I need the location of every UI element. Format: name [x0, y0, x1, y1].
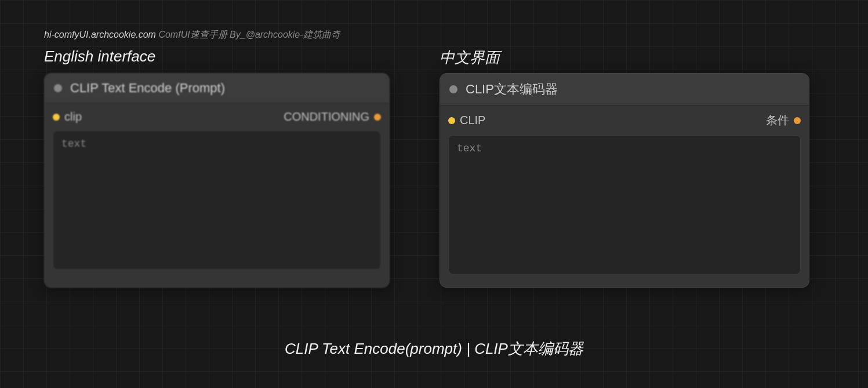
node-status-dot-icon: [449, 85, 457, 93]
output-port-conditioning[interactable]: 条件: [766, 113, 801, 128]
port-dot-icon: [794, 117, 801, 124]
input-port-label: CLIP: [460, 114, 485, 127]
node-title: CLIP文本编码器: [466, 81, 558, 98]
port-dot-icon: [448, 117, 455, 124]
output-port-label: 条件: [766, 113, 789, 128]
output-port-conditioning[interactable]: CONDITIONING: [284, 110, 381, 124]
input-port-clip[interactable]: clip: [53, 110, 82, 124]
section-label-english: English interface: [44, 48, 155, 66]
node-ports: CLIP 条件: [440, 106, 809, 135]
watermark-desc: ComfUI速查手册 By_@archcookie-建筑曲奇: [158, 30, 340, 39]
input-port-label: clip: [64, 110, 82, 124]
output-port-label: CONDITIONING: [284, 110, 369, 124]
footer-caption: CLIP Text Encode(prompt) | CLIP文本编码器: [285, 339, 583, 359]
port-dot-icon: [53, 114, 60, 121]
node-ports: clip CONDITIONING: [45, 103, 389, 130]
node-body: text: [45, 130, 389, 278]
text-input[interactable]: text: [53, 130, 381, 270]
watermark-site: hi-comfyUI.archcookie.com: [44, 30, 156, 39]
text-input[interactable]: text: [448, 135, 801, 274]
node-status-dot-icon: [54, 84, 62, 92]
node-title: CLIP Text Encode (Prompt): [70, 81, 225, 96]
node-clip-text-encode-en[interactable]: CLIP Text Encode (Prompt) clip CONDITION…: [44, 73, 390, 288]
watermark: hi-comfyUI.archcookie.com ComfUI速查手册 By_…: [44, 29, 340, 41]
section-label-chinese: 中文界面: [440, 48, 500, 68]
port-dot-icon: [374, 114, 381, 121]
input-port-clip[interactable]: CLIP: [448, 114, 485, 127]
node-header[interactable]: CLIP文本编码器: [440, 74, 809, 106]
node-body: text: [440, 135, 809, 282]
text-placeholder: text: [457, 143, 792, 154]
node-clip-text-encode-cn[interactable]: CLIP文本编码器 CLIP 条件 text: [440, 73, 809, 288]
node-header[interactable]: CLIP Text Encode (Prompt): [45, 74, 389, 103]
text-placeholder: text: [61, 138, 372, 150]
